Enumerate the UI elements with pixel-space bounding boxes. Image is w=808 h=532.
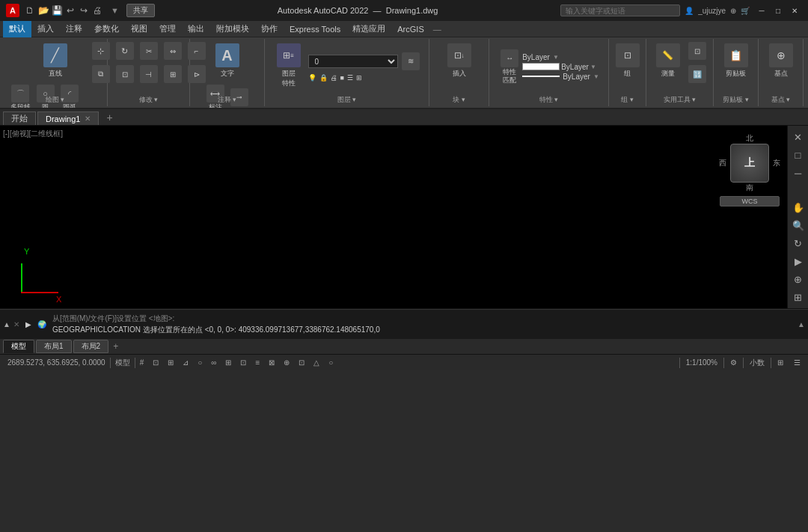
- extend-button[interactable]: ⊣: [138, 64, 160, 85]
- bylayer-expand1[interactable]: ▼: [553, 54, 559, 61]
- restore-button[interactable]: □: [771, 4, 786, 16]
- text-button[interactable]: A 文字: [211, 40, 244, 82]
- viewcube-top[interactable]: 上: [730, 144, 769, 183]
- menu-arcgis[interactable]: ArcGIS: [391, 21, 429, 37]
- bylayer-expand2[interactable]: ▼: [590, 64, 596, 70]
- mirror-button[interactable]: ⇔: [162, 40, 184, 62]
- copy-button[interactable]: ⧉: [90, 64, 112, 85]
- array-button[interactable]: ⊞: [162, 64, 184, 85]
- close-drawing-tab[interactable]: ✕: [85, 114, 91, 123]
- decimal-button[interactable]: 小数: [745, 355, 769, 371]
- ucs-button[interactable]: ⊞: [221, 355, 236, 371]
- group-button[interactable]: ⊡ 组: [611, 40, 644, 82]
- layout-icons[interactable]: ⊞: [773, 355, 788, 371]
- viewport-close-button[interactable]: ✕: [790, 129, 807, 145]
- navsvc-icon[interactable]: ⊞: [790, 289, 807, 305]
- search-input[interactable]: [560, 4, 680, 16]
- lw-button[interactable]: ≡: [251, 355, 264, 371]
- menu-express-tools[interactable]: Express Tools: [284, 21, 346, 37]
- osnap-button[interactable]: ○: [193, 355, 206, 371]
- quick-select-button[interactable]: ⊡: [686, 40, 708, 62]
- print-icon[interactable]: 🖨: [91, 4, 103, 16]
- layer-properties-button[interactable]: ⊞≡ 图层特性: [272, 40, 305, 91]
- measure-button[interactable]: 📏 测量: [652, 40, 685, 82]
- app-logo[interactable]: A: [6, 4, 19, 17]
- pan-icon[interactable]: ✋: [790, 199, 807, 215]
- viewport-restore-button[interactable]: □: [790, 147, 807, 163]
- scale-button[interactable]: ⊡: [114, 64, 136, 85]
- window-controls: ─ □ ✕: [754, 4, 802, 16]
- snap-button[interactable]: ⊡: [148, 355, 163, 371]
- add-layout-tab[interactable]: +: [110, 341, 121, 352]
- scale-display[interactable]: 1:1/100%: [682, 355, 722, 371]
- bylayer-expand3[interactable]: ▼: [593, 73, 599, 80]
- undo-icon[interactable]: ↩: [64, 4, 76, 16]
- help-icon[interactable]: ⊕: [730, 7, 736, 15]
- menu-view[interactable]: 视图: [125, 21, 153, 37]
- drawing1-tab[interactable]: Drawing1 ✕: [37, 111, 99, 125]
- menu-parametric[interactable]: 参数化: [88, 21, 125, 37]
- new-file-icon[interactable]: 🗋: [24, 4, 36, 16]
- tp-button[interactable]: ⊠: [264, 355, 279, 371]
- line-button[interactable]: ╱ 直线: [39, 40, 72, 82]
- grid-button[interactable]: #: [135, 355, 149, 371]
- cmd-scroll-up[interactable]: ▲: [798, 320, 805, 328]
- layer-dropdown[interactable]: 0: [308, 55, 398, 68]
- sc-button[interactable]: ⊡: [294, 355, 309, 371]
- ribbon-group-properties: ↔ 特性匹配 ByLayer ▼ ByLayer ▼ ByLa: [489, 39, 609, 106]
- linetype-swatch: [522, 76, 560, 77]
- count-button[interactable]: 🔢: [686, 64, 708, 85]
- share-button[interactable]: 共享: [126, 4, 155, 17]
- canvas-area[interactable]: [-][俯视][二维线框] 北 西 上 东 南 WCS Y X: [0, 126, 787, 308]
- menu-annotation[interactable]: 注释: [60, 21, 88, 37]
- orbit-icon[interactable]: ↻: [790, 235, 807, 251]
- am-button[interactable]: △: [309, 355, 324, 371]
- save-icon[interactable]: 💾: [51, 4, 63, 16]
- cart-icon[interactable]: 🛒: [741, 7, 750, 15]
- steeringwheels-icon[interactable]: ⊕: [790, 271, 807, 287]
- match-properties-button[interactable]: ↔ 特性匹配: [498, 48, 521, 86]
- clipboard-button[interactable]: 📋 剪贴板: [720, 40, 753, 82]
- layout1-tab[interactable]: 布局1: [36, 340, 72, 353]
- settings-icon[interactable]: ⚙: [726, 355, 741, 371]
- menu-collaborate[interactable]: 协作: [255, 21, 284, 37]
- minimize-button[interactable]: ─: [754, 4, 769, 16]
- insert-button[interactable]: ⊡↓ 插入: [443, 40, 476, 82]
- move-button[interactable]: ⊹: [90, 40, 112, 62]
- ui-icons[interactable]: ☰: [789, 355, 805, 371]
- menu-featured[interactable]: 精选应用: [346, 21, 391, 37]
- model-tab[interactable]: 模型: [3, 340, 34, 353]
- user-area: 👤 _ujuzjye ⊕ 🛒: [685, 7, 750, 15]
- viewport-minimize-button[interactable]: ─: [790, 165, 807, 181]
- redo-icon[interactable]: ↪: [78, 4, 90, 16]
- base-button[interactable]: ⊕ 基点: [765, 40, 798, 82]
- menu-output[interactable]: 输出: [182, 21, 210, 37]
- add-drawing-tab[interactable]: +: [100, 110, 118, 125]
- close-button[interactable]: ✕: [787, 4, 802, 16]
- co-button[interactable]: ○: [324, 355, 337, 371]
- dyn-button[interactable]: ⊡: [236, 355, 251, 371]
- wcs-label[interactable]: WCS: [720, 196, 780, 207]
- cmd-expand-icon[interactable]: ▲: [3, 320, 10, 328]
- open-file-icon[interactable]: 📂: [37, 4, 49, 16]
- menu-addons[interactable]: 附加模块: [210, 21, 255, 37]
- menu-default[interactable]: 默认: [3, 21, 31, 37]
- trim-button[interactable]: ✂: [138, 40, 160, 62]
- otrack-button[interactable]: ∞: [206, 355, 221, 371]
- layer-match-button[interactable]: ≋: [400, 51, 422, 73]
- ribbon-group-modify: ⊹ ↻ ✂ ⇔ ⌐ ⧉: [108, 39, 190, 106]
- start-tab[interactable]: 开始: [3, 111, 36, 125]
- menu-manage[interactable]: 管理: [153, 21, 182, 37]
- modify-group-label: 修改 ▾: [108, 95, 189, 105]
- zoom-icon[interactable]: 🔍: [790, 217, 807, 233]
- layout2-tab[interactable]: 布局2: [73, 340, 109, 353]
- menu-insert[interactable]: 插入: [31, 21, 60, 37]
- coordinates-display[interactable]: 2689.5273, 635.6925, 0.0000: [3, 355, 110, 371]
- polar-button[interactable]: ⊿: [178, 355, 193, 371]
- menu-bar: 默认 插入 注释 参数化 视图 管理 输出 附加模块 协作 Express To…: [0, 21, 808, 37]
- qp-button[interactable]: ⊕: [279, 355, 294, 371]
- showmotion-icon[interactable]: ▶: [790, 253, 807, 269]
- rotate-button[interactable]: ↻: [114, 40, 136, 62]
- ortho-button[interactable]: ⊞: [163, 355, 178, 371]
- model-space-button[interactable]: 模型: [111, 355, 135, 371]
